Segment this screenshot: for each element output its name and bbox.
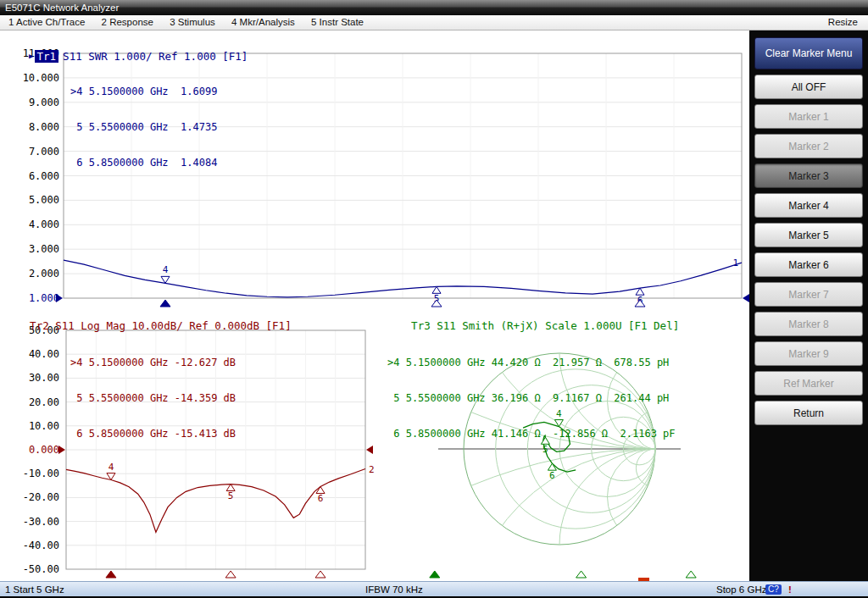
tr2-marker-row: 5 5.5500000 GHz -14.359 dB [70,392,236,404]
status-bar: 1 Start 5 GHz IFBW 70 kHz Stop 6 GHz C? … [0,581,868,596]
menu-item-instr-state[interactable]: 5 Instr State [304,15,370,30]
tr2-y-tick: 10.00 [7,420,59,432]
menu-item-mkr-analysis[interactable]: 4 Mkr/Analysis [225,15,302,30]
softkey-marker-6[interactable]: Marker 6 [754,252,863,277]
tr1-y-tick: 8.000 [7,121,59,133]
softkey-ref-marker[interactable]: Ref Marker [754,371,863,396]
menu-bar: 1 Active Ch/Trace 2 Response 3 Stimulus … [0,15,868,30]
menu-item-active-ch-trace[interactable]: 1 Active Ch/Trace [2,15,92,30]
tr2-y-tick: 0.000 [7,444,59,456]
tr2-y-tick: 20.00 [7,396,59,408]
tr2-format-label: Tr2 S11 Log Mag 10.00dB/ Ref 0.000dB [F1… [30,319,292,332]
tr1-y-tick: 9.000 [7,97,59,108]
tr1-y-tick: 6.000 [7,170,59,182]
tr1-marker-table: >4 5.1500000 GHz 1.6099 5 5.5500000 GHz … [70,62,217,192]
tr1-y-tick: 3.000 [7,243,59,255]
tr3-marker-table: >4 5.1500000 GHz 44.420 Ω 21.957 Ω 678.5… [387,333,676,463]
tr2-y-tick: -50.00 [7,563,59,575]
tr1-y-tick: 4.000 [7,219,59,230]
softkey-marker-9[interactable]: Marker 9 [754,341,863,366]
tr1-y-tick: 1.000 [7,292,59,304]
tr1-marker-row: 5 5.5500000 GHz 1.4735 [70,121,217,133]
tr2-y-tick: 40.00 [7,348,59,360]
tr1-format-label: S11 SWR 1.000/ Ref 1.000 [F1] [63,50,248,63]
app-window: E5071C Network Analyzer 1 Active Ch/Trac… [0,0,868,598]
softkey-menu-header: Clear Marker Menu [754,37,863,69]
tr2-marker-row: >4 5.1500000 GHz -12.627 dB [70,357,236,368]
tr3-marker-row: 6 5.8500000 GHz 41.146 Ω -12.856 Ω 2.116… [387,428,676,440]
tr1-y-tick: 7.000 [7,146,59,158]
status-alert-icon: ! [788,583,792,596]
status-start-freq: 1 Start 5 GHz [5,583,64,596]
status-ifbw: IFBW 70 kHz [365,583,423,596]
window-title: E5071C Network Analyzer [5,3,119,13]
status-cal-badge: C? [765,584,782,595]
tr1-marker-row: >4 5.1500000 GHz 1.6099 [70,86,217,97]
tr1-y-tick: 5.000 [7,194,59,206]
softkey-marker-3[interactable]: Marker 3 [754,163,863,188]
tr3-marker-row: >4 5.1500000 GHz 44.420 Ω 21.957 Ω 678.5… [387,357,676,368]
tr2-y-tick: -20.00 [7,491,59,503]
softkey-marker-7[interactable]: Marker 7 [754,282,863,307]
softkey-marker-5[interactable]: Marker 5 [754,223,863,247]
tr1-marker-row: 6 5.8500000 GHz 1.4084 [70,157,217,169]
tr3-format-label: Tr3 S11 Smith (R+jX) Scale 1.000U [F1 De… [411,319,679,332]
menu-item-response[interactable]: 2 Response [95,15,160,30]
tr1-badge[interactable]: Tr1 [35,50,59,63]
active-trace-arrow-icon: ▶ [29,52,33,60]
tr2-y-tick: -10.00 [7,468,59,479]
softkey-all-off[interactable]: All OFF [754,75,863,99]
softkey-panel: Clear Marker Menu All OFF Marker 1 Marke… [749,30,868,581]
softkey-marker-4[interactable]: Marker 4 [754,193,863,218]
tr1-y-tick: 2.000 [7,268,59,280]
tr2-y-tick: -30.00 [7,516,59,528]
softkey-marker-1[interactable]: Marker 1 [754,104,863,129]
tr2-marker-table: >4 5.1500000 GHz -12.627 dB 5 5.5500000 … [70,333,236,463]
tr2-marker-row: 6 5.8500000 GHz -15.413 dB [70,428,236,440]
status-stop-freq: Stop 6 GHz [716,583,766,596]
menu-item-resize[interactable]: Resize [821,15,865,30]
titlebar: E5071C Network Analyzer [0,0,868,15]
softkey-marker-2[interactable]: Marker 2 [754,134,863,158]
tr2-y-tick: -40.00 [7,540,59,551]
menu-item-stimulus[interactable]: 3 Stimulus [163,15,222,30]
tr2-y-tick: 30.00 [7,372,59,384]
tr3-marker-row: 5 5.5500000 GHz 36.196 Ω 9.1167 Ω 261.44… [387,392,676,404]
softkey-return[interactable]: Return [754,401,863,425]
softkey-marker-8[interactable]: Marker 8 [754,312,863,336]
